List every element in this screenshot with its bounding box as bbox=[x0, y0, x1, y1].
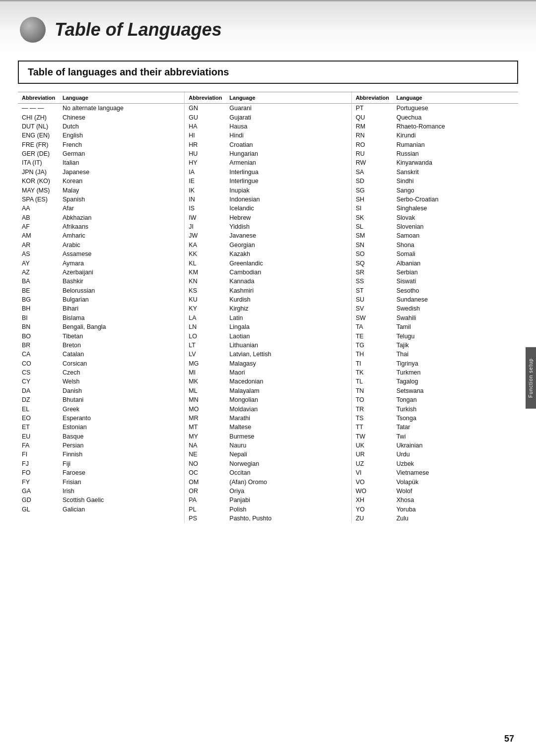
lang-cell: Irish bbox=[63, 488, 184, 495]
abbr-cell: UZ bbox=[352, 460, 397, 467]
abbr-cell: GN bbox=[185, 105, 229, 112]
lang-cell: Oriya bbox=[229, 488, 351, 495]
abbr-cell: EL bbox=[18, 406, 63, 413]
lang-cell: Yoruba bbox=[397, 506, 518, 513]
lang-cell: Afrikaans bbox=[63, 223, 184, 230]
table-row: FYFrisian bbox=[18, 477, 184, 486]
abbr-cell: RN bbox=[352, 132, 397, 139]
lang-cell: Bulgarian bbox=[63, 296, 184, 303]
table-row: KAGeorgian bbox=[185, 241, 351, 250]
lang-cell: Laotian bbox=[229, 333, 351, 340]
lang-cell: Kinyarwanda bbox=[397, 159, 518, 166]
table-row: KOR (KO)Korean bbox=[18, 177, 184, 186]
abbr-header: Abbreviation bbox=[352, 95, 397, 101]
lang-cell: Yiddish bbox=[229, 223, 351, 230]
lang-cell: Polish bbox=[229, 506, 351, 513]
table-row: TETelugu bbox=[352, 331, 518, 340]
abbr-cell: GD bbox=[18, 497, 63, 504]
table-row: SRSerbian bbox=[352, 268, 518, 277]
table-row: COCorsican bbox=[18, 359, 184, 368]
table-row: RNKirundi bbox=[352, 131, 518, 140]
lang-cell: Nauru bbox=[229, 442, 351, 449]
table-row: BOTibetan bbox=[18, 331, 184, 340]
table-row: MIMaori bbox=[185, 368, 351, 377]
lang-header: Language bbox=[63, 95, 184, 101]
lang-cell: Tajik bbox=[397, 342, 518, 349]
abbr-cell: UR bbox=[352, 451, 397, 458]
table-row: BIBislama bbox=[18, 314, 184, 322]
table-row: BHBihari bbox=[18, 304, 184, 313]
abbr-cell: ITA (IT) bbox=[18, 159, 63, 166]
column-3: AbbreviationLanguagePTPortugueseQUQuechu… bbox=[352, 92, 518, 523]
table-row: SHSerbo-Croatian bbox=[352, 195, 518, 204]
abbr-cell: TE bbox=[352, 333, 397, 340]
table-row: MAY (MS)Malay bbox=[18, 186, 184, 194]
lang-cell: Japanese bbox=[63, 169, 184, 176]
abbr-cell: IA bbox=[185, 169, 229, 176]
abbr-cell: MT bbox=[185, 424, 229, 431]
lang-cell: Albanian bbox=[397, 260, 518, 267]
table-row: IAInterlingua bbox=[185, 168, 351, 177]
lang-cell: Xhosa bbox=[397, 497, 518, 504]
lang-cell: Persian bbox=[63, 442, 184, 449]
abbr-cell: AS bbox=[18, 251, 63, 257]
lang-cell: Volapük bbox=[397, 479, 518, 486]
table-row: SISinghalese bbox=[352, 204, 518, 213]
column-2: AbbreviationLanguageGNGuaraniGUGujaratiH… bbox=[185, 92, 351, 523]
table-row: PLPolish bbox=[185, 505, 351, 514]
lang-cell: Turkish bbox=[397, 406, 518, 413]
lang-cell: Bashkir bbox=[63, 278, 184, 285]
table-row: URUrdu bbox=[352, 450, 518, 459]
table-row: CHI (ZH)Chinese bbox=[18, 113, 184, 122]
abbr-cell: BN bbox=[18, 323, 63, 330]
lang-cell: French bbox=[63, 141, 184, 148]
table-row: MYBurmese bbox=[185, 432, 351, 441]
lang-cell: Faroese bbox=[63, 469, 184, 476]
abbr-cell: SK bbox=[352, 214, 397, 221]
lang-cell: Latin bbox=[229, 315, 351, 321]
lang-cell: Wolof bbox=[397, 488, 518, 495]
table-row: CSCzech bbox=[18, 368, 184, 377]
table-row: DUT (NL)Dutch bbox=[18, 122, 184, 131]
lang-cell: Serbo-Croatian bbox=[397, 196, 518, 203]
lang-cell: Nepali bbox=[229, 451, 351, 458]
abbr-cell: AA bbox=[18, 205, 63, 212]
lang-cell: Guarani bbox=[229, 105, 351, 112]
table-row: PSPashto, Pushto bbox=[185, 514, 351, 523]
table-row: DZBhutani bbox=[18, 395, 184, 404]
table-row: NONorwegian bbox=[185, 459, 351, 468]
table-row: SASanskrit bbox=[352, 168, 518, 177]
lang-cell: Dutch bbox=[63, 123, 184, 130]
lang-cell: Finnish bbox=[63, 451, 184, 458]
table-row: HUHungarian bbox=[185, 149, 351, 158]
abbr-cell: PT bbox=[352, 105, 397, 112]
abbr-cell: GER (DE) bbox=[18, 150, 63, 157]
abbr-cell: NA bbox=[185, 442, 229, 449]
abbr-cell: TT bbox=[352, 424, 397, 431]
lang-cell: Afar bbox=[63, 205, 184, 212]
abbr-cell: ML bbox=[185, 387, 229, 394]
lang-cell: Norwegian bbox=[229, 460, 351, 467]
abbr-cell: LN bbox=[185, 323, 229, 330]
table-row: RORumanian bbox=[352, 140, 518, 149]
table-row: SUSundanese bbox=[352, 295, 518, 304]
lang-cell: Danish bbox=[63, 387, 184, 394]
abbr-cell: JW bbox=[185, 232, 229, 239]
table-row: NENepali bbox=[185, 450, 351, 459]
table-row: LOLaotian bbox=[185, 331, 351, 340]
abbr-cell: TK bbox=[352, 369, 397, 376]
abbr-cell: TO bbox=[352, 396, 397, 403]
table-row: TSTsonga bbox=[352, 414, 518, 423]
column-1: AbbreviationLanguage— — —No alternate la… bbox=[18, 92, 185, 523]
table-row: SWSwahili bbox=[352, 314, 518, 322]
abbr-cell: AM bbox=[18, 232, 63, 239]
page-number: 57 bbox=[504, 734, 514, 744]
table-row: LALatin bbox=[185, 314, 351, 322]
table-row: NANauru bbox=[185, 441, 351, 450]
abbr-cell: RO bbox=[352, 141, 397, 148]
abbr-cell: HA bbox=[185, 123, 229, 130]
abbr-cell: HU bbox=[185, 150, 229, 157]
abbr-cell: UK bbox=[352, 442, 397, 449]
lang-cell: Welsh bbox=[63, 378, 184, 385]
lang-cell: Tongan bbox=[397, 396, 518, 403]
